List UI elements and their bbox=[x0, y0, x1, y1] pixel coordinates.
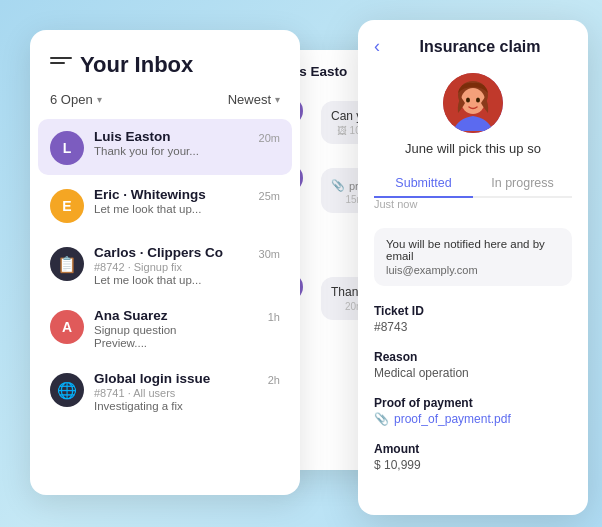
field-value: #8743 bbox=[374, 320, 572, 334]
attachment-filename: proof_of_payment.pdf bbox=[394, 412, 511, 426]
notification-text: You will be notified here and by email bbox=[386, 238, 560, 262]
svg-point-2 bbox=[461, 88, 485, 114]
sort-filter-label: Newest bbox=[228, 92, 271, 107]
conv-name: Eric · Whitewings bbox=[94, 187, 249, 202]
avatar: A bbox=[50, 310, 84, 344]
inbox-panel: Your Inbox 6 Open ▾ Newest ▾ L Luis East… bbox=[30, 30, 300, 495]
open-filter[interactable]: 6 Open ▾ bbox=[50, 92, 102, 107]
profile-section: June will pick this up so bbox=[358, 65, 588, 168]
tabs-row: Submitted In progress bbox=[374, 168, 572, 198]
inbox-filters: 6 Open ▾ Newest ▾ bbox=[30, 88, 300, 119]
detail-title: Insurance claim bbox=[388, 38, 572, 56]
notification-box: You will be notified here and by email l… bbox=[374, 228, 572, 286]
conv-ticket: #8742 · Signup fix bbox=[94, 261, 249, 273]
attachment-row[interactable]: 📎 proof_of_payment.pdf bbox=[374, 412, 572, 426]
list-item[interactable]: 📋 Carlos · Clippers Co #8742 · Signup fi… bbox=[38, 235, 292, 296]
avatar: L bbox=[50, 131, 84, 165]
field-proof: Proof of payment 📎 proof_of_payment.pdf bbox=[358, 388, 588, 434]
profile-image bbox=[443, 73, 503, 133]
globe-icon: 🌐 bbox=[57, 381, 77, 400]
conv-time: 2h bbox=[268, 374, 280, 386]
conv-content: Eric · Whitewings Let me look that up... bbox=[94, 187, 249, 215]
avatar: 🌐 bbox=[50, 373, 84, 407]
field-label: Reason bbox=[374, 350, 572, 364]
conv-content: Global login issue #8741 · All users Inv… bbox=[94, 371, 258, 412]
field-reason: Reason Medical operation bbox=[358, 342, 588, 388]
conv-preview: Let me look that up... bbox=[94, 274, 249, 286]
avatar: 📋 bbox=[50, 247, 84, 281]
paperclip-icon: 📎 bbox=[331, 179, 345, 192]
tab-in-progress[interactable]: In progress bbox=[473, 168, 572, 196]
conv-time: 30m bbox=[259, 248, 280, 260]
field-label: Ticket ID bbox=[374, 304, 572, 318]
conv-preview: Thank you for your... bbox=[94, 145, 249, 157]
field-label: Amount bbox=[374, 442, 572, 456]
conv-name: Ana Suarez bbox=[94, 308, 258, 323]
clipboard-icon: 📋 bbox=[57, 255, 77, 274]
avatar: E bbox=[50, 189, 84, 223]
inbox-header: Your Inbox bbox=[30, 30, 300, 88]
sort-filter[interactable]: Newest ▾ bbox=[228, 92, 280, 107]
conv-time: 1h bbox=[268, 311, 280, 323]
svg-point-4 bbox=[476, 98, 480, 103]
conv-time: 25m bbox=[259, 190, 280, 202]
inbox-title: Your Inbox bbox=[80, 52, 193, 78]
field-amount: Amount $ 10,999 bbox=[358, 434, 588, 480]
list-item[interactable]: A Ana Suarez Signup question Preview....… bbox=[38, 298, 292, 359]
conv-name: Carlos · Clippers Co bbox=[94, 245, 249, 260]
list-item[interactable]: E Eric · Whitewings Let me look that up.… bbox=[38, 177, 292, 233]
field-ticket-id: Ticket ID #8743 bbox=[358, 296, 588, 342]
conv-content: Luis Easton Thank you for your... bbox=[94, 129, 249, 157]
conv-preview: Let me look that up... bbox=[94, 203, 249, 215]
conv-preview: Signup question bbox=[94, 324, 258, 336]
detail-panel: ‹ Insurance claim bbox=[358, 20, 588, 515]
conv-content: Ana Suarez Signup question Preview.... bbox=[94, 308, 258, 349]
conv-name: Global login issue bbox=[94, 371, 258, 386]
list-item[interactable]: 🌐 Global login issue #8741 · All users I… bbox=[38, 361, 292, 422]
detail-header: ‹ Insurance claim bbox=[358, 20, 588, 65]
tab-submitted[interactable]: Submitted bbox=[374, 168, 473, 198]
paperclip-icon: 📎 bbox=[374, 412, 389, 426]
list-item[interactable]: L Luis Easton Thank you for your... 20m bbox=[38, 119, 292, 175]
field-value: Medical operation bbox=[374, 366, 572, 380]
open-filter-label: 6 Open bbox=[50, 92, 93, 107]
chevron-down-icon: ▾ bbox=[275, 94, 280, 105]
conversation-list: L Luis Easton Thank you for your... 20m … bbox=[30, 119, 300, 422]
conv-ticket: #8741 · All users bbox=[94, 387, 258, 399]
field-value: $ 10,999 bbox=[374, 458, 572, 472]
avatar bbox=[443, 73, 503, 133]
svg-point-3 bbox=[466, 98, 470, 103]
tab-timestamp: Just now bbox=[358, 198, 588, 218]
conv-time: 20m bbox=[259, 132, 280, 144]
inbox-icon bbox=[50, 57, 72, 73]
conv-name: Luis Easton bbox=[94, 129, 249, 144]
conv-preview: Investigating a fix bbox=[94, 400, 258, 412]
notification-email: luis@examply.com bbox=[386, 264, 560, 276]
back-button[interactable]: ‹ bbox=[374, 36, 380, 57]
conv-preview2: Preview.... bbox=[94, 337, 258, 349]
conv-content: Carlos · Clippers Co #8742 · Signup fix … bbox=[94, 245, 249, 286]
field-label: Proof of payment bbox=[374, 396, 572, 410]
chevron-down-icon: ▾ bbox=[97, 94, 102, 105]
profile-name: June will pick this up so bbox=[405, 141, 541, 156]
